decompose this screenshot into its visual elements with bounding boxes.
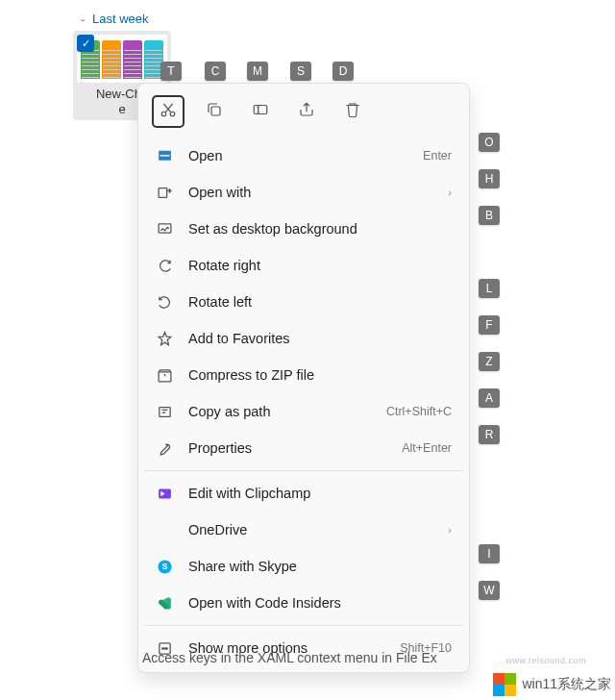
menu-label: Edit with Clipchamp bbox=[188, 486, 452, 501]
menu-label: Share with Skype bbox=[188, 559, 452, 574]
svg-point-1 bbox=[170, 112, 175, 116]
svg-point-0 bbox=[161, 112, 166, 116]
menu-open[interactable]: Open Enter bbox=[144, 138, 463, 174]
menu-label: Rotate right bbox=[188, 258, 452, 273]
menu-copy-path[interactable]: Copy as path Ctrl+Shift+C bbox=[144, 393, 463, 430]
rotate-right-icon bbox=[156, 257, 173, 274]
menu-shortcut: Alt+Enter bbox=[402, 441, 452, 455]
access-key-a: A bbox=[479, 388, 500, 408]
access-key-s: S bbox=[290, 62, 311, 81]
chevron-down-icon: ⌄ bbox=[79, 15, 86, 23]
menu-favorites[interactable]: Add to Favorites bbox=[144, 320, 463, 357]
svg-rect-8 bbox=[159, 407, 169, 416]
svg-rect-6 bbox=[159, 188, 167, 197]
rename-button[interactable] bbox=[244, 95, 277, 128]
menu-separator bbox=[144, 470, 463, 471]
access-key-f: F bbox=[479, 315, 500, 335]
menu-properties[interactable]: Properties Alt+Enter bbox=[144, 430, 463, 466]
rename-icon bbox=[252, 101, 269, 122]
caption-text: Access keys in the XAML context menu in … bbox=[142, 650, 437, 665]
menu-label: Copy as path bbox=[188, 404, 371, 419]
context-toolbar bbox=[144, 89, 463, 138]
copy-path-icon bbox=[156, 403, 173, 420]
access-key-b: B bbox=[479, 206, 500, 225]
menu-label: Rotate left bbox=[188, 294, 452, 310]
access-key-h: H bbox=[479, 169, 500, 188]
menu-clipchamp[interactable]: Edit with Clipchamp bbox=[144, 475, 463, 512]
access-key-d: D bbox=[332, 62, 354, 81]
menu-label: Properties bbox=[188, 440, 386, 456]
windows-logo-icon bbox=[493, 673, 516, 696]
desktop-icon bbox=[156, 220, 173, 238]
open-with-icon bbox=[156, 184, 173, 201]
chevron-right-icon: › bbox=[448, 524, 452, 536]
menu-label: Add to Favorites bbox=[188, 331, 452, 346]
access-key-w: W bbox=[479, 581, 500, 600]
menu-label: Open with Code Insiders bbox=[188, 595, 452, 611]
menu-separator bbox=[144, 625, 463, 626]
watermark-url: www.relsound.com bbox=[505, 656, 586, 665]
chevron-right-icon: › bbox=[448, 187, 452, 198]
access-key-m: M bbox=[247, 62, 268, 81]
access-key-r: R bbox=[479, 425, 500, 444]
svg-point-14 bbox=[163, 647, 164, 648]
watermark-text: win11系统之家 bbox=[522, 676, 611, 693]
menu-rotate-right[interactable]: Rotate right bbox=[144, 247, 463, 284]
menu-label: Open with bbox=[188, 185, 432, 200]
access-key-t: T bbox=[160, 62, 182, 81]
skype-icon: S bbox=[156, 558, 173, 575]
menu-label: Set as desktop background bbox=[188, 221, 452, 237]
vscode-insiders-icon bbox=[156, 594, 173, 612]
svg-rect-2 bbox=[211, 107, 220, 115]
menu-rotate-left[interactable]: Rotate left bbox=[144, 284, 463, 320]
zip-icon bbox=[156, 366, 173, 384]
menu-share-skype[interactable]: S Share with Skype bbox=[144, 548, 463, 585]
menu-label: Open bbox=[188, 148, 407, 163]
svg-rect-3 bbox=[254, 106, 267, 114]
menu-desktop-bg[interactable]: Set as desktop background bbox=[144, 211, 463, 247]
clipchamp-icon bbox=[156, 485, 173, 502]
delete-button[interactable] bbox=[336, 95, 369, 128]
menu-onedrive[interactable]: OneDrive › bbox=[144, 512, 463, 548]
watermark: win11系统之家 bbox=[493, 673, 611, 696]
file-thumbnail: ✓ bbox=[77, 35, 167, 83]
copy-icon bbox=[206, 101, 223, 122]
access-key-z: Z bbox=[479, 352, 500, 371]
access-key-i: I bbox=[479, 544, 500, 563]
share-icon bbox=[298, 101, 315, 122]
access-key-c: C bbox=[205, 62, 226, 81]
svg-text:S: S bbox=[161, 562, 167, 571]
menu-shortcut: Ctrl+Shift+C bbox=[386, 405, 452, 418]
copy-button[interactable] bbox=[198, 95, 231, 128]
group-header[interactable]: ⌄ Last week bbox=[79, 12, 149, 26]
context-menu: Open Enter Open with › Set as desktop ba… bbox=[137, 83, 470, 673]
trash-icon bbox=[344, 101, 361, 122]
share-button[interactable] bbox=[290, 95, 323, 128]
check-icon: ✓ bbox=[77, 35, 94, 52]
menu-open-with[interactable]: Open with › bbox=[144, 174, 463, 211]
svg-point-15 bbox=[165, 647, 166, 648]
cut-button[interactable] bbox=[152, 95, 184, 128]
open-icon bbox=[156, 147, 173, 164]
menu-label: Compress to ZIP file bbox=[188, 367, 452, 383]
svg-rect-5 bbox=[160, 155, 169, 156]
scissors-icon bbox=[160, 101, 177, 122]
menu-code-insiders[interactable]: Open with Code Insiders bbox=[144, 585, 463, 621]
svg-point-13 bbox=[161, 647, 162, 648]
menu-label: OneDrive bbox=[188, 522, 432, 538]
rotate-left-icon bbox=[156, 293, 173, 311]
menu-shortcut: Enter bbox=[423, 149, 452, 162]
star-icon bbox=[156, 330, 173, 347]
wrench-icon bbox=[156, 439, 173, 457]
access-key-o: O bbox=[479, 133, 500, 152]
menu-compress[interactable]: Compress to ZIP file bbox=[144, 357, 463, 393]
access-key-l: L bbox=[479, 279, 500, 298]
onedrive-icon bbox=[156, 521, 173, 538]
group-label: Last week bbox=[92, 12, 149, 26]
